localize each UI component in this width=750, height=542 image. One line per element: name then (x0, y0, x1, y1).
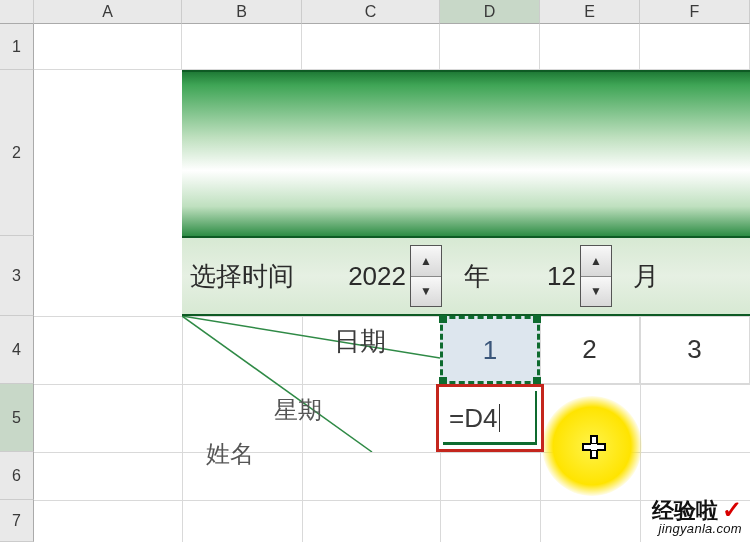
highlight-spot-icon (542, 396, 642, 496)
cell-C1[interactable] (302, 24, 440, 70)
col-header-D[interactable]: D (440, 0, 540, 24)
spreadsheet-view: A B C D E F 1 2 3 4 5 6 7 选择时间 2022 (0, 0, 750, 542)
row-header-7[interactable]: 7 (0, 500, 34, 542)
year-spin-down[interactable]: ▼ (411, 277, 441, 307)
month-spin-down[interactable]: ▼ (581, 277, 611, 307)
cell-F4[interactable]: 3 (640, 316, 750, 384)
month-unit-label: 月 (616, 259, 676, 294)
date-header-label: 日期 (334, 324, 386, 359)
cell-E1[interactable] (540, 24, 640, 70)
month-value: 12 (508, 261, 580, 292)
svg-rect-3 (583, 444, 605, 450)
column-header-row: A B C D E F (0, 0, 750, 24)
year-unit-label: 年 (446, 259, 508, 294)
cell-D4-value: 1 (483, 335, 497, 366)
cell-B1[interactable] (182, 24, 302, 70)
cell-D1[interactable] (440, 24, 540, 70)
row-header-5[interactable]: 5 (0, 384, 34, 452)
cell-E4[interactable]: 2 (540, 316, 640, 384)
col-header-B[interactable]: B (182, 0, 302, 24)
row-header-column: 1 2 3 4 5 6 7 (0, 24, 34, 542)
row-header-3[interactable]: 3 (0, 236, 34, 316)
title-banner (182, 70, 750, 236)
col-header-F[interactable]: F (640, 0, 750, 24)
col-header-E[interactable]: E (540, 0, 640, 24)
row-header-2[interactable]: 2 (0, 70, 34, 236)
row-header-1[interactable]: 1 (0, 24, 34, 70)
svg-rect-2 (591, 436, 597, 458)
cell-D4-referenced[interactable]: 1 (440, 316, 540, 384)
cell-D5-editing[interactable]: =D4 (436, 384, 544, 452)
row-header-4[interactable]: 4 (0, 316, 34, 384)
cell-grid[interactable]: 选择时间 2022 ▲ ▼ 年 12 ▲ ▼ 月 (34, 24, 750, 542)
text-caret-icon (499, 404, 500, 432)
month-spin-up[interactable]: ▲ (581, 246, 611, 277)
week-header-label: 星期 (274, 394, 322, 426)
col-header-A[interactable]: A (34, 0, 182, 24)
cell-A1[interactable] (34, 24, 182, 70)
col-header-C[interactable]: C (302, 0, 440, 24)
year-spinner[interactable]: ▲ ▼ (410, 245, 442, 307)
year-spin-up[interactable]: ▲ (411, 246, 441, 277)
year-value: 2022 (302, 261, 410, 292)
select-time-label: 选择时间 (182, 259, 302, 294)
cell-F1[interactable] (640, 24, 750, 70)
plus-cursor-icon (581, 434, 607, 460)
month-spinner[interactable]: ▲ ▼ (580, 245, 612, 307)
date-select-bar: 选择时间 2022 ▲ ▼ 年 12 ▲ ▼ 月 (182, 236, 750, 316)
select-all-corner[interactable] (0, 0, 34, 24)
formula-input-text[interactable]: =D4 (449, 403, 497, 434)
row-header-6[interactable]: 6 (0, 452, 34, 500)
svg-rect-4 (591, 444, 597, 450)
svg-line-0 (182, 316, 440, 358)
name-header-label: 姓名 (206, 438, 254, 470)
